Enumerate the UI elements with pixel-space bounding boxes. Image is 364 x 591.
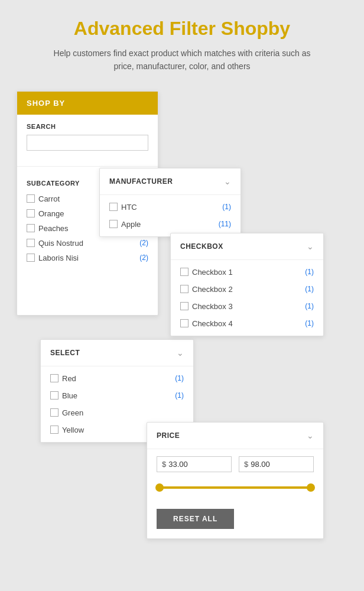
item-count: (1): [175, 391, 184, 400]
price-slider-track: [157, 486, 314, 489]
item-label: Peaches: [38, 224, 69, 233]
item-count: (2): [139, 254, 148, 262]
checkbox-icon[interactable]: [50, 391, 58, 400]
item-count: (1): [222, 203, 231, 211]
checkbox-icon[interactable]: [27, 239, 35, 247]
reset-button-wrap: RESET ALL: [147, 503, 323, 538]
price-min-input-wrap: $: [157, 456, 232, 472]
price-max-input-wrap: $: [239, 456, 314, 472]
item-label: Red: [62, 374, 76, 383]
item-label: Orange: [38, 209, 64, 218]
checkbox-body: Checkbox 1 (1) Checkbox 2 (1) Checkbox 3…: [171, 260, 323, 336]
list-item: Laboris Nisi (2): [27, 251, 148, 265]
manufacturer-body: HTC (1) Apple (11): [100, 195, 240, 236]
title-gold: Filter Shopby: [170, 18, 290, 39]
item-label: Checkbox 2: [192, 285, 233, 294]
item-label: Checkbox 3: [192, 302, 233, 311]
item-label: Quis Nostrud: [38, 239, 83, 248]
price-max-input[interactable]: [251, 460, 308, 469]
item-label: Green: [62, 408, 83, 417]
price-slider-wrap: [147, 477, 323, 503]
list-item: Checkbox 1 (1): [171, 264, 323, 281]
item-label: Yellow: [62, 426, 84, 434]
list-item: Checkbox 4 (1): [171, 315, 323, 332]
search-input[interactable]: [27, 135, 148, 151]
item-count: (1): [305, 268, 314, 276]
price-slider-fill: [157, 486, 314, 489]
item-count: (11): [219, 220, 231, 228]
list-item: Checkbox 2 (1): [171, 281, 323, 298]
checkbox-icon[interactable]: [180, 268, 188, 276]
item-count: (1): [175, 374, 184, 382]
item-label: HTC: [121, 203, 137, 212]
list-item: Quis Nostrud (2): [27, 236, 148, 251]
price-max-symbol: $: [244, 460, 248, 469]
checkbox-card: CHECKBOX ⌄ Checkbox 1 (1) Checkbox 2 (1): [170, 233, 324, 336]
manufacturer-title: MANUFACTURER: [109, 177, 173, 186]
checkbox-icon[interactable]: [27, 194, 35, 203]
manufacturer-header: MANUFACTURER ⌄: [100, 168, 240, 195]
list-item: Green: [41, 404, 193, 421]
price-header: PRICE ⌄: [147, 423, 323, 449]
list-item: Apple (11): [100, 216, 240, 233]
select-title: SELECT: [50, 349, 80, 357]
price-slider-thumb-right[interactable]: [307, 483, 315, 492]
checkbox-icon[interactable]: [50, 426, 58, 434]
checkbox-icon[interactable]: [50, 408, 58, 417]
price-inputs: $ $: [147, 449, 323, 477]
shopby-header: SHOP BY: [17, 92, 158, 115]
checkbox-icon[interactable]: [180, 285, 188, 293]
checkbox-icon[interactable]: [109, 203, 118, 211]
item-label: Laboris Nisi: [38, 254, 79, 262]
manufacturer-card: MANUFACTURER ⌄ HTC (1) Apple (11): [99, 168, 241, 237]
item-label: Blue: [62, 391, 77, 400]
list-item: Blue (1): [41, 387, 193, 404]
cards-container: SHOP BY SEARCH SUBCATEGORY Carrot Orange: [17, 91, 347, 517]
item-count: (2): [139, 239, 148, 247]
item-count: (1): [305, 285, 314, 293]
page-subtitle: Help customers find exact product which …: [52, 47, 312, 73]
checkbox-icon[interactable]: [180, 319, 188, 327]
item-count: (1): [305, 319, 314, 327]
reset-all-button[interactable]: RESET ALL: [157, 509, 234, 529]
item-label: Checkbox 1: [192, 268, 233, 277]
list-item: Red (1): [41, 370, 193, 387]
chevron-down-icon[interactable]: ⌄: [177, 348, 184, 358]
title-black: Advanced: [74, 18, 164, 39]
checkbox-icon[interactable]: [27, 224, 35, 232]
item-label: Checkbox 4: [192, 319, 233, 328]
price-min-input[interactable]: [168, 460, 226, 469]
price-title: PRICE: [157, 431, 180, 440]
shopby-search-section: SEARCH: [17, 115, 158, 161]
price-card: PRICE ⌄ $ $ RESET ALL: [147, 422, 324, 539]
list-item: Checkbox 3 (1): [171, 298, 323, 315]
checkbox-icon[interactable]: [180, 302, 188, 310]
item-count: (1): [305, 302, 314, 310]
chevron-down-icon[interactable]: ⌄: [307, 431, 314, 440]
price-slider-thumb-left[interactable]: [155, 483, 164, 492]
chevron-down-icon[interactable]: ⌄: [224, 177, 231, 186]
checkbox-header: CHECKBOX ⌄: [171, 233, 323, 260]
checkbox-icon[interactable]: [27, 254, 35, 262]
checkbox-icon[interactable]: [50, 374, 58, 382]
item-label: Apple: [121, 220, 141, 229]
checkbox-title: CHECKBOX: [180, 242, 223, 251]
select-header: SELECT ⌄: [41, 340, 193, 366]
list-item: HTC (1): [100, 199, 240, 216]
checkbox-icon[interactable]: [109, 220, 118, 228]
item-label: Carrot: [38, 194, 60, 203]
divider: [17, 166, 158, 167]
page-title: Advanced Filter Shopby: [74, 18, 290, 40]
chevron-down-icon[interactable]: ⌄: [307, 242, 314, 251]
search-label: SEARCH: [27, 123, 148, 130]
checkbox-icon[interactable]: [27, 209, 35, 217]
price-min-symbol: $: [162, 460, 166, 469]
